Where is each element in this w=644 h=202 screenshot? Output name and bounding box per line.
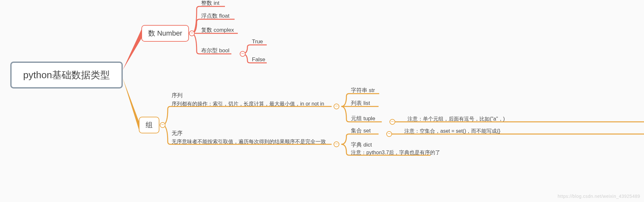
leaf-list[interactable]: 列表 list [351, 99, 370, 107]
leaf-int[interactable]: 整数 int [201, 0, 219, 7]
leaf-sequence-title[interactable]: 序列 [172, 92, 183, 100]
leaf-dict[interactable]: 字典 dict [351, 141, 372, 149]
collapse-sequence[interactable]: − [334, 104, 339, 109]
svg-marker-1 [123, 78, 139, 130]
leaf-true[interactable]: True [252, 38, 263, 46]
leaf-float[interactable]: 浮点数 float [201, 12, 229, 20]
leaf-bool[interactable]: 布尔型 bool [201, 47, 229, 55]
leaf-set-note: 注意：空集合，aset = set()，而不能写成{} [404, 127, 500, 135]
leaf-tuple[interactable]: 元组 tuple [351, 115, 375, 123]
collapse-set[interactable]: − [386, 131, 392, 137]
node-group-label: 组 [146, 120, 153, 130]
leaf-set[interactable]: 集合 set [351, 127, 371, 135]
root-label: python基础数据类型 [23, 69, 110, 82]
leaf-str[interactable]: 字符串 str [351, 87, 375, 95]
node-number-label: 数 Number [148, 29, 182, 38]
leaf-tuple-note: 注意：单个元组，后面有逗号，比如("a"，) [407, 115, 505, 122]
root-node[interactable]: python基础数据类型 [10, 62, 123, 88]
collapse-unordered[interactable]: − [334, 141, 339, 147]
node-number[interactable]: 数 Number [141, 25, 189, 42]
node-group[interactable]: 组 [139, 117, 159, 133]
leaf-false[interactable]: False [252, 56, 265, 64]
leaf-dict-note: 注意：python3.7后，字典也是有序的了 [351, 149, 440, 156]
leaf-complex[interactable]: 复数 complex [201, 26, 234, 34]
collapse-bool[interactable]: − [240, 51, 246, 57]
svg-marker-0 [123, 29, 141, 70]
collapse-tuple[interactable]: − [389, 119, 395, 125]
watermark: https://blog.csdn.net/weixin_43925489 [558, 194, 640, 199]
collapse-number[interactable]: − [189, 30, 195, 36]
leaf-sequence-desc: 序列都有的操作：索引，切片，长度计算，最大最小值，in or not in [172, 100, 324, 107]
leaf-unordered-desc: 无序意味者不能按索引取值，遍历每次得到的结果顺序不是完全一致 [172, 138, 326, 145]
collapse-group[interactable]: − [160, 122, 165, 128]
leaf-unordered-title[interactable]: 无序 [172, 130, 183, 138]
